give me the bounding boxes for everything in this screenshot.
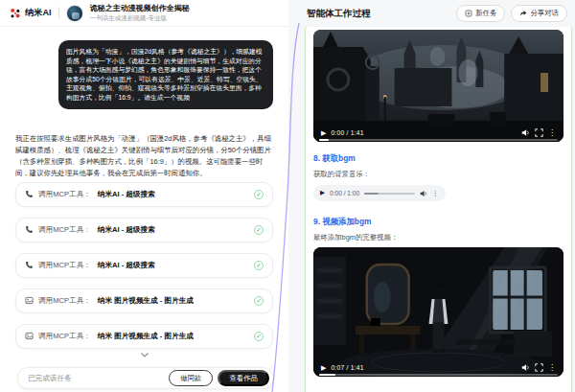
play-icon[interactable]: ▶ — [321, 364, 326, 371]
share-label: 分享对话 — [530, 9, 559, 18]
assistant-message: 我正在按照要求生成图片风格为「动漫」（国漫2d风格，参考《诡秘之主》，具细腻建模… — [15, 133, 273, 179]
share-icon — [519, 10, 527, 17]
tool-call-row[interactable]: 调用MCP工具： 纳米 图片视频生成 - 图片生成 ✓ — [15, 324, 273, 349]
phone-call-icon — [25, 225, 34, 234]
nami-logo-icon — [10, 8, 21, 19]
video-progress-fill — [319, 374, 335, 376]
audio-player-bgm[interactable]: ▶ 0:00 / 1:00 ⋮ — [313, 185, 446, 201]
section-heading-final-video: 9. 视频添加bgm — [313, 217, 564, 227]
video-progress-bar[interactable] — [319, 139, 558, 141]
phone-call-icon — [25, 261, 34, 269]
volume-icon[interactable] — [521, 363, 530, 372]
kebab-menu-icon[interactable]: ⋮ — [548, 129, 556, 137]
collapse-toggle[interactable] — [15, 352, 273, 358]
video-thumbnail-room — [313, 247, 564, 377]
success-check-icon: ✓ — [254, 332, 264, 341]
chat-panel: 纳米AI 诡秘之主动漫视频创作全揭秘 一句话生成漫剧视频-专业版 图片风格为「动… — [0, 0, 288, 392]
header-divider — [58, 7, 59, 19]
tool-call-prefix: 调用MCP工具： — [38, 261, 91, 270]
agent-avatar — [66, 5, 83, 22]
tool-call-prefix: 调用MCP工具： — [38, 225, 91, 235]
section-desc-final-video: 最终添加bgm的完整视频： — [313, 233, 564, 242]
audio-progress-bar[interactable] — [364, 193, 414, 195]
success-check-icon: ✓ — [254, 190, 264, 199]
new-task-button[interactable]: 新任务 — [456, 5, 505, 22]
agent-subtitle: 一句话生成漫剧视频-专业版 — [90, 14, 190, 22]
section-heading-bgm: 8. 获取bgm — [313, 153, 564, 164]
chevron-down-icon — [140, 352, 150, 358]
tool-call-row[interactable]: 调用MCP工具： 纳米AI - 超级搜索 ✓ — [15, 218, 273, 242]
task-status-text: 已完成该任务 — [28, 374, 72, 383]
brand: 纳米AI — [10, 7, 52, 19]
image-icon — [25, 296, 34, 305]
agent-title: 诡秘之主动漫视频创作全揭秘 — [90, 4, 190, 13]
workspace-title: 智能体工作过程 — [307, 8, 371, 20]
tool-call-name: 纳米AI - 超级搜索 — [98, 190, 155, 199]
video-controls: ▶ 0:00 / 1:41 ⋮ — [321, 128, 556, 137]
new-task-label: 新任务 — [475, 9, 496, 18]
left-header: 纳米AI 诡秘之主动漫视频创作全揭秘 一句话生成漫剧视频-专业版 — [0, 0, 288, 27]
video-progress-bar[interactable] — [319, 374, 558, 376]
workspace-header: 智能体工作过程 新任务 分享对话 — [288, 0, 575, 27]
success-check-icon: ✓ — [254, 296, 264, 306]
video-controls: ▶ 0:07 / 1:41 ⋮ — [321, 363, 556, 372]
tool-call-prefix: 调用MCP工具： — [38, 296, 91, 306]
success-check-icon: ✓ — [254, 225, 264, 235]
tool-call-prefix: 调用MCP工具： — [38, 332, 91, 341]
phone-call-icon — [25, 190, 34, 198]
kebab-menu-icon[interactable]: ⋮ — [432, 190, 440, 197]
tool-call-list: 调用MCP工具： 纳米AI - 超级搜索 ✓ 调用MCP工具： 纳米AI - 超… — [15, 182, 273, 349]
volume-icon[interactable] — [521, 128, 530, 137]
view-work-button[interactable]: 查看作品 — [218, 370, 269, 386]
new-task-icon — [465, 10, 472, 17]
tool-call-name: 纳米 图片视频生成 - 图片生成 — [98, 332, 194, 341]
video-time: 0:07 / 1:41 — [331, 364, 363, 371]
tool-call-row[interactable]: 调用MCP工具： 纳米AI - 超级搜索 ✓ — [15, 253, 273, 278]
play-icon[interactable]: ▶ — [321, 129, 326, 136]
video-progress-fill — [319, 139, 329, 141]
tool-call-prefix: 调用MCP工具： — [38, 190, 91, 199]
video-player-final[interactable]: ▶ 0:07 / 1:41 ⋮ — [313, 247, 564, 377]
video-time: 0:00 / 1:41 — [331, 129, 363, 136]
video-player-storyboard[interactable]: ▶ 0:00 / 1:41 ⋮ — [313, 30, 564, 142]
make-same-style-button[interactable]: 做同款 — [169, 370, 213, 386]
fullscreen-icon[interactable] — [535, 128, 543, 137]
workspace-panel: 智能体工作过程 新任务 分享对话 — [288, 0, 575, 392]
workspace-card: ▶ 0:00 / 1:41 ⋮ 8. 获取bgm 获取的背景音乐： ▶ 0:00… — [305, 27, 572, 392]
app-window: 纳米AI 诡秘之主动漫视频创作全揭秘 一句话生成漫剧视频-专业版 图片风格为「动… — [0, 0, 575, 392]
task-status-bar: 已完成该任务 做同款 查看作品 — [17, 367, 274, 389]
audio-time: 0:00 / 1:00 — [330, 190, 359, 196]
tool-call-name: 纳米 图片视频生成 - 图片生成 — [98, 296, 194, 306]
agent-meta: 诡秘之主动漫视频创作全揭秘 一句话生成漫剧视频-专业版 — [90, 4, 190, 22]
workspace-scroll-area[interactable]: ▶ 0:00 / 1:41 ⋮ 8. 获取bgm 获取的背景音乐： ▶ 0:00… — [288, 27, 575, 392]
success-check-icon: ✓ — [254, 261, 264, 270]
share-conversation-button[interactable]: 分享对话 — [511, 5, 567, 22]
kebab-menu-icon[interactable]: ⋮ — [548, 364, 556, 372]
brand-name: 纳米AI — [25, 7, 52, 19]
play-icon[interactable]: ▶ — [320, 190, 325, 196]
workspace-actions: 新任务 分享对话 — [456, 5, 567, 22]
fullscreen-icon[interactable] — [535, 363, 543, 372]
tool-call-row[interactable]: 调用MCP工具： 纳米 图片视频生成 - 图片生成 ✓ — [15, 288, 273, 313]
tool-call-name: 纳米AI - 超级搜索 — [98, 261, 155, 270]
chat-thread: 图片风格为「动漫」，国漫2d风格（参考《诡秘之主》），细腻建模质感，梳理一下小说… — [0, 27, 288, 392]
volume-icon[interactable] — [420, 190, 427, 197]
section-desc-bgm: 获取的背景音乐： — [313, 170, 564, 179]
user-message-bubble: 图片风格为「动漫」，国漫2d风格（参考《诡秘之主》），细腻建模质感，梳理一下小说… — [58, 40, 273, 109]
tool-call-row[interactable]: 调用MCP工具： 纳米AI - 超级搜索 ✓ — [15, 182, 273, 207]
tool-call-name: 纳米AI - 超级搜索 — [98, 225, 155, 235]
video-thumbnail-cityscape — [313, 30, 564, 142]
image-icon — [25, 332, 34, 340]
